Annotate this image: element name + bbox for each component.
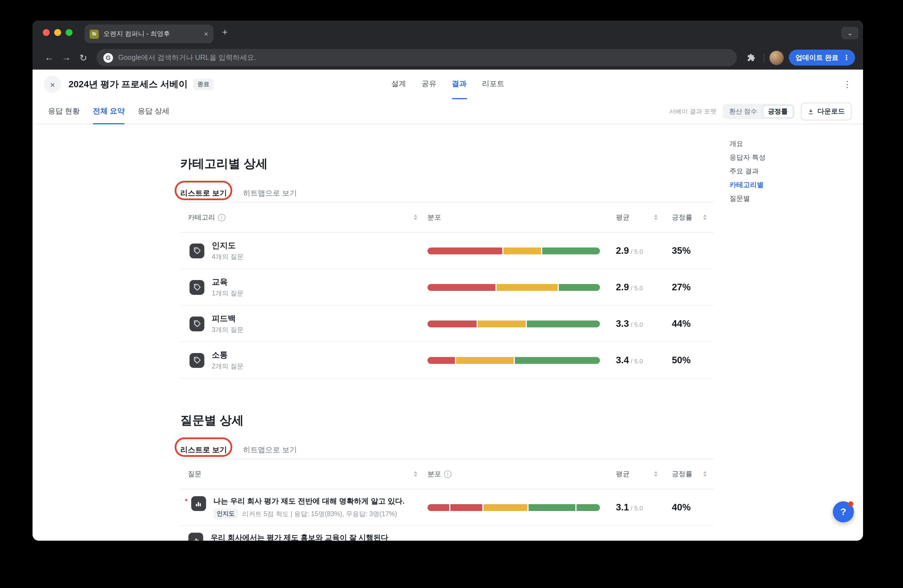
anchor-by-category[interactable]: 카테고리별 — [730, 178, 766, 191]
bar-positive — [559, 284, 600, 290]
info-icon[interactable]: i — [218, 213, 225, 221]
download-button[interactable]: 다운로드 — [801, 103, 852, 120]
average-scale: / 5.0 — [631, 285, 643, 292]
category-question-count: 3개의 질문 — [212, 325, 244, 334]
profile-avatar[interactable] — [769, 50, 783, 65]
traffic-light-zoom[interactable] — [66, 29, 72, 36]
bar-neutral — [483, 504, 527, 511]
question-heatmap-view-tab[interactable]: 히트맵으로 보기 — [243, 441, 297, 459]
browser-tab[interactable]: lb 오렌지 컴퍼니 - 최영후 × — [85, 25, 214, 43]
bar-positive — [542, 247, 600, 254]
anchor-nav: 개요 응답자 특성 주요 결과 카테고리별 질문별 — [730, 137, 766, 205]
format-label: 서베이 결과 포맷 — [669, 107, 716, 116]
category-list-view-tab[interactable]: 리스트로 보기 — [180, 184, 227, 202]
close-button[interactable]: × — [44, 76, 61, 93]
tag-icon — [189, 316, 205, 331]
category-row[interactable]: 인지도 4개의 질문 2.9/ 5.0 35% — [180, 233, 714, 269]
tab-close-icon[interactable]: × — [204, 30, 208, 38]
update-button[interactable]: 업데이트 완료 ⋮ — [788, 50, 855, 66]
sort-icon[interactable] — [703, 471, 706, 477]
positive-rate: 27% — [672, 282, 691, 292]
anchor-respondents[interactable]: 응답자 특성 — [730, 151, 766, 164]
question-view-tabs: 리스트로 보기 히트맵으로 보기 — [180, 441, 714, 459]
question-list-view-tab[interactable]: 리스트로 보기 — [180, 441, 227, 459]
survey-title: 2024년 평가 프로세스 서베이 — [69, 78, 188, 90]
nav-design[interactable]: 설계 — [391, 70, 406, 99]
category-question-count: 1개의 질문 — [212, 289, 244, 298]
category-name: 교육 — [212, 277, 244, 287]
anchor-by-question[interactable]: 질문별 — [730, 191, 766, 205]
positive-rate: 35% — [672, 245, 691, 256]
anchor-key-results[interactable]: 주요 결과 — [730, 164, 766, 178]
category-question-count: 4개의 질문 — [212, 252, 244, 261]
category-name: 소통 — [212, 350, 244, 360]
back-icon[interactable]: ← — [41, 52, 58, 63]
sort-icon[interactable] — [703, 215, 706, 220]
format-option-positive[interactable]: 긍정률 — [762, 105, 793, 118]
category-row[interactable]: 소통 2개의 질문 3.4/ 5.0 50% — [180, 342, 714, 379]
more-options-icon[interactable]: ⋮ — [843, 79, 852, 89]
status-badge: 종료 — [194, 79, 214, 90]
notification-dot — [848, 501, 853, 506]
traffic-light-close[interactable] — [43, 29, 50, 36]
tab-strip: lb 오렌지 컴퍼니 - 최영후 × + ⌄ — [33, 20, 863, 45]
bar-negative — [428, 247, 502, 254]
question-row[interactable]: * 나는 우리 회사 평가 제도 전반에 대해 명확하게 알고 있다. 인지도 … — [180, 489, 714, 526]
main-column: 카테고리별 상세 리스트로 보기 히트맵으로 보기 카테고리 i — [180, 124, 714, 541]
question-title: 나는 우리 회사 평가 제도 전반에 대해 명확하게 알고 있다. — [213, 496, 404, 506]
results-subtabs: 응답 현황 전체 요약 응답 상세 서베이 결과 포맷 환산 점수 긍정률 다운… — [33, 99, 863, 124]
help-button[interactable]: ? — [833, 501, 854, 522]
bar-neutral — [497, 284, 558, 290]
address-placeholder: Google에서 검색하거나 URL을 입력하세요. — [118, 53, 256, 63]
sort-icon[interactable] — [414, 471, 417, 477]
distribution-bar — [428, 357, 600, 364]
bar-negative — [428, 320, 477, 327]
category-section-title: 카테고리별 상세 — [180, 155, 714, 172]
format-option-score[interactable]: 환산 점수 — [724, 105, 762, 118]
tab-response-detail[interactable]: 응답 상세 — [138, 99, 170, 124]
tag-icon — [189, 243, 205, 258]
col-average-label: 평균 — [616, 469, 629, 479]
anchor-overview[interactable]: 개요 — [730, 137, 766, 151]
nav-report[interactable]: 리포트 — [482, 70, 504, 99]
category-row[interactable]: 피드백 3개의 질문 3.3/ 5.0 44% — [180, 306, 714, 342]
nav-results[interactable]: 결과 — [452, 70, 467, 99]
question-title: 우리 회사에서는 평가 제도 홍보와 교육이 잘 시행된다 — [211, 533, 389, 541]
category-table-header: 카테고리 i 분포 평균 긍정률 — [180, 202, 714, 233]
tab-search-chevron-icon[interactable]: ⌄ — [842, 27, 859, 39]
category-name: 인지도 — [212, 240, 244, 251]
new-tab-button[interactable]: + — [222, 27, 228, 38]
forward-icon[interactable]: → — [58, 52, 75, 63]
tab-response-status[interactable]: 응답 현황 — [48, 99, 80, 124]
bar-positive — [515, 357, 600, 364]
average-value: 3.3 — [616, 318, 629, 329]
question-meta: 리커트 5점 척도 | 응답: 15명(83%), 무응답: 3명(17%) — [242, 510, 397, 518]
info-icon[interactable]: i — [444, 470, 452, 478]
help-icon: ? — [840, 506, 846, 517]
favicon: lb — [90, 29, 99, 39]
extensions-icon[interactable] — [744, 53, 758, 62]
result-tools: 서베이 결과 포맷 환산 점수 긍정률 다운로드 — [669, 103, 852, 120]
category-heatmap-view-tab[interactable]: 히트맵으로 보기 — [243, 184, 297, 202]
col-question-label: 질문 — [188, 469, 201, 479]
required-asterisk: * — [185, 497, 187, 505]
bar-negative — [428, 284, 496, 290]
browser-menu-icon[interactable]: ⋮ — [843, 53, 852, 61]
address-bar[interactable]: G Google에서 검색하거나 URL을 입력하세요. — [96, 49, 736, 66]
sort-icon[interactable] — [654, 471, 658, 477]
reload-icon[interactable]: ↻ — [75, 52, 92, 63]
traffic-light-minimize[interactable] — [54, 29, 61, 36]
category-row[interactable]: 교육 1개의 질문 2.9/ 5.0 27% — [180, 269, 714, 306]
category-view-tabs: 리스트로 보기 히트맵으로 보기 — [180, 184, 714, 202]
content-area: 카테고리별 상세 리스트로 보기 히트맵으로 보기 카테고리 i — [33, 124, 863, 541]
sort-icon[interactable] — [414, 215, 417, 220]
col-positive-label: 긍정률 — [672, 469, 692, 479]
nav-share[interactable]: 공유 — [422, 70, 436, 99]
question-row[interactable]: 우리 회사에서는 평가 제도 홍보와 교육이 잘 시행된다 — [180, 526, 714, 541]
average-scale: / 5.0 — [631, 505, 643, 511]
toolbar-divider — [763, 53, 764, 62]
tab-overall-summary[interactable]: 전체 요약 — [93, 99, 124, 124]
positive-rate: 44% — [672, 318, 691, 329]
bar-positive — [527, 320, 600, 327]
sort-icon[interactable] — [654, 215, 658, 220]
